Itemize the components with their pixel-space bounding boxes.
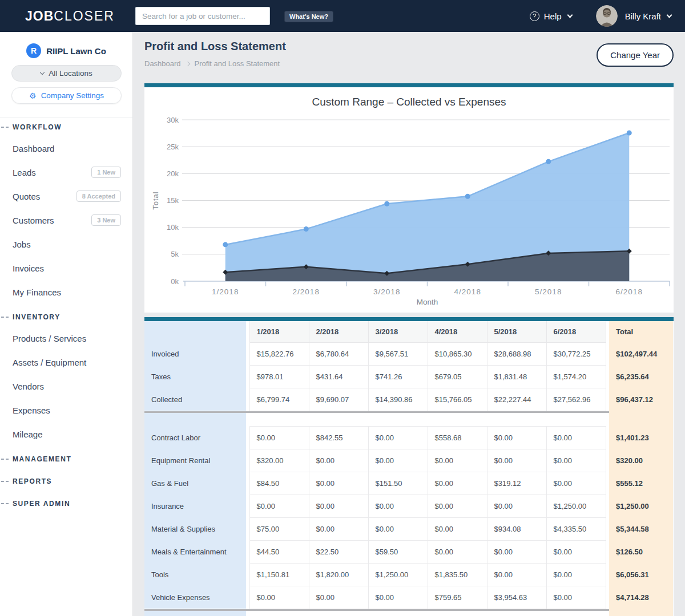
user-avatar[interactable] <box>596 5 618 27</box>
sidebar-item-invoices[interactable]: Invoices <box>0 256 132 280</box>
chart-card: Custom Range – Collected vs Expenses 0k5… <box>144 83 674 313</box>
table-row-meals-entertainment: Meals & Entertainment$44.50$22.50$59.50$… <box>144 540 673 563</box>
table-row-equipment-rental: Equipment Rental$320.00$0.00$0.00$0.00$0… <box>144 449 673 472</box>
row-label: Collected <box>144 388 246 411</box>
x-tick-label: 1/2018 <box>212 287 239 296</box>
whats-new-badge[interactable]: What's New? <box>284 11 333 22</box>
y-tick-label: 20k <box>167 169 179 178</box>
sidebar-section-reports[interactable]: REPORTS <box>0 472 132 491</box>
cell-value: $934.08 <box>487 517 546 540</box>
cell-value: $0.00 <box>428 472 487 495</box>
pnl-table-card: 1/20182/20183/20184/20185/20186/2018Tota… <box>144 317 674 616</box>
column-header: 4/2018 <box>428 321 487 342</box>
sidebar-item-quotes[interactable]: Quotes8 Accepted <box>0 184 132 208</box>
cell-value: $6,799.74 <box>249 388 309 411</box>
sidebar-section-management[interactable]: MANAGEMENT <box>0 449 132 468</box>
row-label: Equipment Rental <box>144 449 246 472</box>
cell-value: $30,772.25 <box>546 342 606 365</box>
sidebar-item-assets-equipment[interactable]: Assets / Equipment <box>0 350 132 374</box>
sidebar-section-workflow[interactable]: WORKFLOW <box>0 117 132 136</box>
x-tick-label: 3/2018 <box>373 287 400 296</box>
cell-value: $978.01 <box>249 365 309 388</box>
sidebar-item-customers[interactable]: Customers3 New <box>0 208 132 232</box>
row-label: Gas & Fuel <box>144 472 246 495</box>
row-total: $6,235.64 <box>609 365 673 388</box>
chevron-down-icon[interactable] <box>667 12 672 18</box>
company-header: R RIIPL Lawn Co <box>0 43 132 58</box>
cell-value: $6,780.64 <box>309 342 368 365</box>
row-label: Tools <box>144 563 246 586</box>
breadcrumb-dashboard[interactable]: Dashboard <box>144 59 181 68</box>
cell-value: $679.05 <box>428 365 487 388</box>
cell-value: $0.00 <box>309 472 368 495</box>
row-total: $1,250.00 <box>609 495 673 517</box>
cell-value: $0.00 <box>546 563 606 586</box>
locations-dropdown[interactable]: All Locations <box>11 65 122 82</box>
help-menu[interactable]: Help <box>544 11 562 21</box>
sidebar-item-badge: 3 New <box>91 214 121 226</box>
cell-value: $0.00 <box>368 426 428 449</box>
chevron-down-icon[interactable] <box>567 12 573 18</box>
sidebar-item-mileage[interactable]: Mileage <box>0 422 132 446</box>
company-logo: R <box>26 43 41 58</box>
cell-value: $0.00 <box>487 426 546 449</box>
sidebar-item-badge: 1 New <box>91 167 121 178</box>
cell-value: $842.55 <box>309 426 368 449</box>
sidebar-section-inventory[interactable]: INVENTORY <box>0 307 132 326</box>
top-navbar: JOBCLOSER What's New? ? Help Billy Kraft <box>0 0 685 32</box>
user-menu[interactable]: Billy Kraft <box>625 11 661 21</box>
x-tick-label: 5/2018 <box>535 287 562 296</box>
sidebar-item-jobs[interactable]: Jobs <box>0 232 132 256</box>
series-collected-marker <box>627 130 632 135</box>
table-row-collected: Collected$6,799.74$9,690.07$14,390.86$15… <box>144 388 673 411</box>
cell-value: $75.00 <box>249 517 309 540</box>
sidebar-item-vendors[interactable]: Vendors <box>0 374 132 398</box>
cell-value: $0.00 <box>249 426 309 449</box>
row-label: Insurance <box>144 495 246 517</box>
locations-label: All Locations <box>49 69 92 78</box>
sidebar-section-super-admin[interactable]: SUPER ADMIN <box>0 494 132 513</box>
table-header-row: 1/20182/20183/20184/20185/20186/2018Tota… <box>144 321 673 342</box>
cell-value: $4,335.50 <box>546 517 606 540</box>
row-total: $555.12 <box>609 472 673 495</box>
cell-value: $558.68 <box>428 426 487 449</box>
row-label: Vehicle Expenses <box>144 586 246 609</box>
cell-value: $319.12 <box>487 472 546 495</box>
change-year-button[interactable]: Change Year <box>597 43 674 67</box>
cell-value: $0.00 <box>546 472 606 495</box>
settings-label: Company Settings <box>41 91 104 100</box>
row-label: Meals & Entertainment <box>144 540 246 563</box>
breadcrumb-chevron-icon <box>185 62 190 66</box>
section-dash-icon <box>1 127 9 128</box>
column-header: 6/2018 <box>546 321 606 342</box>
logo-light: CLOSER <box>54 9 115 23</box>
sidebar-item-expenses[interactable]: Expenses <box>0 398 132 422</box>
cell-value: $0.00 <box>487 563 546 586</box>
row-total: $320.00 <box>609 449 673 472</box>
cell-value: $0.00 <box>309 449 368 472</box>
row-label: Contract Labor <box>144 426 246 449</box>
pnl-table: 1/20182/20183/20184/20185/20186/2018Tota… <box>144 321 673 616</box>
column-header: 3/2018 <box>368 321 428 342</box>
breadcrumb: Dashboard Profit and Loss Statement <box>144 59 280 68</box>
main-content: Profit and Loss Statement Dashboard Prof… <box>133 32 685 616</box>
sidebar-item-dashboard[interactable]: Dashboard <box>0 136 132 160</box>
avatar-photo <box>596 5 618 27</box>
cell-value: $0.00 <box>428 495 487 517</box>
search-input[interactable] <box>135 7 270 25</box>
cell-value: $15,822.76 <box>249 342 309 365</box>
sidebar-item-leads[interactable]: Leads1 New <box>0 160 132 184</box>
y-tick-label: 0k <box>171 277 179 286</box>
company-settings-button[interactable]: ⚙ Company Settings <box>11 87 122 104</box>
sidebar-item-products-services[interactable]: Products / Services <box>0 326 132 350</box>
app-logo[interactable]: JOBCLOSER <box>25 0 115 32</box>
sidebar-item-my-finances[interactable]: My Finances <box>0 280 132 304</box>
series-collected-marker <box>546 159 551 164</box>
cell-value: $431.64 <box>309 365 368 388</box>
row-total: $1,401.23 <box>609 426 673 449</box>
cell-value: $1,250.00 <box>368 563 428 586</box>
cell-value: $1,150.81 <box>249 563 309 586</box>
sidebar-nav: WORKFLOWDashboardLeads1 NewQuotes8 Accep… <box>0 117 132 513</box>
cell-value: $0.00 <box>309 586 368 609</box>
y-tick-label: 10k <box>167 223 179 232</box>
